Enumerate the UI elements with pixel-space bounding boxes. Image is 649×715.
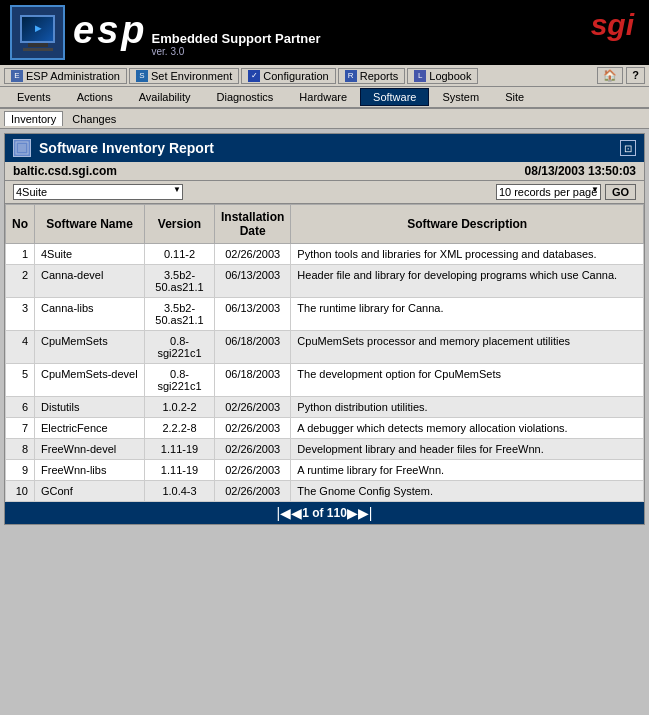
nav-software[interactable]: Software [360, 88, 429, 106]
nav-config[interactable]: ✓ Configuration [241, 68, 335, 84]
table-row: 3 Canna-libs 3.5b2-50.as21.1 06/13/2003 … [6, 298, 644, 331]
cell-no: 3 [6, 298, 35, 331]
nav-actions[interactable]: Actions [64, 88, 126, 106]
cell-no: 9 [6, 460, 35, 481]
cell-date: 02/26/2003 [215, 244, 291, 265]
nav-logbook[interactable]: L Logbook [407, 68, 478, 84]
table-footer: |◀ ◀ 1 of 110 ▶ ▶| [5, 502, 644, 524]
logbook-icon: L [414, 70, 426, 82]
cell-description: The development option for CpuMemSets [291, 364, 644, 397]
logo-area: ▶ esp Embedded Support Partner ver. 3.0 [0, 0, 331, 65]
cell-description: Python tools and libraries for XML proce… [291, 244, 644, 265]
page-info: 1 of 110 [302, 506, 347, 520]
cell-version: 1.0.2-2 [145, 397, 215, 418]
cell-no: 1 [6, 244, 35, 265]
esp-branding: esp Embedded Support Partner ver. 3.0 [73, 9, 321, 57]
table-header-row: No Software Name Version InstallationDat… [6, 205, 644, 244]
nav-hardware[interactable]: Hardware [286, 88, 360, 106]
table-row: 9 FreeWnn-libs 1.11-19 02/26/2003 A runt… [6, 460, 644, 481]
cell-no: 8 [6, 439, 35, 460]
cell-name: GConf [35, 481, 145, 502]
nav-diagnostics[interactable]: Diagnostics [204, 88, 287, 106]
nav-bar-2: Events Actions Availability Diagnostics … [0, 87, 649, 109]
records-select-wrapper: 10 records per page 25 records per page … [496, 184, 601, 200]
cell-description: The Gnome Config System. [291, 481, 644, 502]
col-software-name: Software Name [35, 205, 145, 244]
cell-date: 02/26/2003 [215, 418, 291, 439]
expand-button[interactable]: ⊡ [620, 140, 636, 156]
cell-version: 0.11-2 [145, 244, 215, 265]
records-wrapper: 10 records per page 25 records per page … [496, 184, 636, 200]
app-header: ▶ esp Embedded Support Partner ver. 3.0 … [0, 0, 649, 65]
report-subheader: baltic.csd.sgi.com 08/13/2003 13:50:03 [5, 162, 644, 181]
cell-version: 0.8-sgi221c1 [145, 331, 215, 364]
set-env-icon: S [136, 70, 148, 82]
breadcrumb-inventory[interactable]: Inventory [4, 111, 63, 126]
nav-availability[interactable]: Availability [126, 88, 204, 106]
cell-date: 02/26/2003 [215, 460, 291, 481]
cell-no: 5 [6, 364, 35, 397]
table-row: 10 GConf 1.0.4-3 02/26/2003 The Gnome Co… [6, 481, 644, 502]
report-header: Software Inventory Report ⊡ [5, 134, 644, 162]
inventory-table: No Software Name Version InstallationDat… [5, 204, 644, 502]
cell-date: 02/26/2003 [215, 397, 291, 418]
records-per-page-select[interactable]: 10 records per page 25 records per page … [496, 184, 601, 200]
nav-events[interactable]: Events [4, 88, 64, 106]
breadcrumb: Inventory Changes [0, 109, 649, 129]
cell-description: Development library and header files for… [291, 439, 644, 460]
nav-system[interactable]: System [429, 88, 492, 106]
version-text: ver. 3.0 [151, 46, 320, 57]
nav-bar-1: E ESP Administration S Set Environment ✓… [0, 65, 649, 87]
help-button[interactable]: ? [626, 67, 645, 84]
prev-page-button[interactable]: ◀ [291, 505, 302, 521]
cell-date: 06/13/2003 [215, 265, 291, 298]
nav-reports[interactable]: R Reports [338, 68, 406, 84]
go-button[interactable]: GO [605, 184, 636, 200]
cell-name: 4Suite [35, 244, 145, 265]
svg-rect-0 [16, 142, 28, 154]
main-content: Software Inventory Report ⊡ baltic.csd.s… [4, 133, 645, 525]
cell-name: CpuMemSets-devel [35, 364, 145, 397]
last-page-button[interactable]: ▶| [358, 505, 373, 521]
cell-no: 4 [6, 331, 35, 364]
cell-date: 06/18/2003 [215, 364, 291, 397]
cell-no: 10 [6, 481, 35, 502]
cell-version: 1.11-19 [145, 460, 215, 481]
esp-admin-icon: E [11, 70, 23, 82]
col-version: Version [145, 205, 215, 244]
breadcrumb-changes[interactable]: Changes [65, 111, 123, 127]
table-row: 7 ElectricFence 2.2.2-8 02/26/2003 A deb… [6, 418, 644, 439]
col-description: Software Description [291, 205, 644, 244]
help-area: 🏠 ? [597, 67, 645, 84]
cell-description: The runtime library for Canna. [291, 298, 644, 331]
monitor-icon: ▶ [10, 5, 65, 60]
cell-description: A debugger which detects memory allocati… [291, 418, 644, 439]
hostname: baltic.csd.sgi.com [13, 164, 117, 178]
cell-version: 1.0.4-3 [145, 481, 215, 502]
first-page-button[interactable]: |◀ [277, 505, 292, 521]
table-row: 8 FreeWnn-devel 1.11-19 02/26/2003 Devel… [6, 439, 644, 460]
cell-date: 02/26/2003 [215, 481, 291, 502]
next-page-button[interactable]: ▶ [347, 505, 358, 521]
report-title: Software Inventory Report [39, 140, 612, 156]
esp-logo: esp [73, 9, 147, 52]
cell-name: CpuMemSets [35, 331, 145, 364]
table-row: 4 CpuMemSets 0.8-sgi221c1 06/18/2003 Cpu… [6, 331, 644, 364]
cell-description: CpuMemSets processor and memory placemen… [291, 331, 644, 364]
cell-description: A runtime library for FreeWnn. [291, 460, 644, 481]
cell-no: 2 [6, 265, 35, 298]
filter-select[interactable]: 4Suite All Software [13, 184, 183, 200]
cell-name: Distutils [35, 397, 145, 418]
nav-set-env[interactable]: S Set Environment [129, 68, 239, 84]
home-button[interactable]: 🏠 [597, 67, 623, 84]
cell-no: 7 [6, 418, 35, 439]
nav-site[interactable]: Site [492, 88, 537, 106]
table-row: 2 Canna-devel 3.5b2-50.as21.1 06/13/2003… [6, 265, 644, 298]
table-body: 1 4Suite 0.11-2 02/26/2003 Python tools … [6, 244, 644, 502]
table-row: 5 CpuMemSets-devel 0.8-sgi221c1 06/18/20… [6, 364, 644, 397]
table-row: 6 Distutils 1.0.2-2 02/26/2003 Python di… [6, 397, 644, 418]
filter-row: 4Suite All Software 10 records per page … [5, 181, 644, 204]
nav-esp-admin[interactable]: E ESP Administration [4, 68, 127, 84]
table-row: 1 4Suite 0.11-2 02/26/2003 Python tools … [6, 244, 644, 265]
datetime: 08/13/2003 13:50:03 [525, 164, 636, 178]
